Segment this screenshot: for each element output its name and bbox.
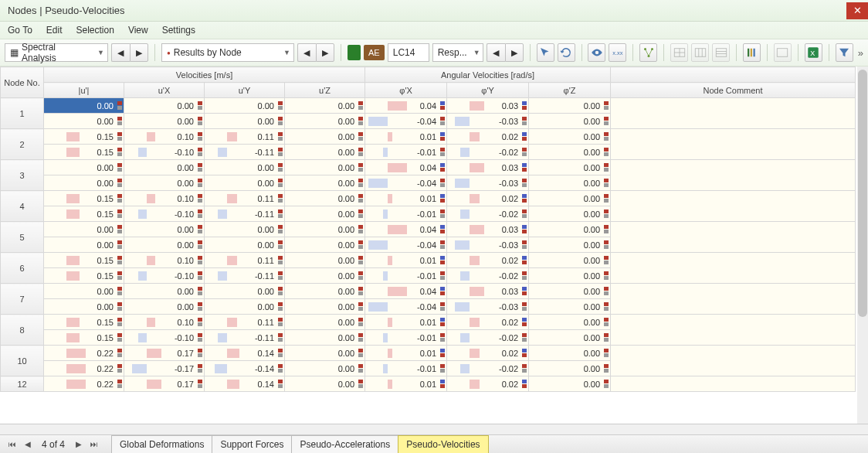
table-cell[interactable]: 0.00 xyxy=(285,253,365,268)
table-cell[interactable]: -0.01 xyxy=(365,361,447,376)
table-cell[interactable]: -0.02 xyxy=(447,206,529,222)
comment-cell[interactable] xyxy=(611,284,856,315)
comment-cell[interactable] xyxy=(611,98,856,129)
horizontal-scrollbar[interactable] xyxy=(0,424,868,434)
results-select[interactable]: ● Results by Node ▼ xyxy=(161,43,294,62)
col-u[interactable]: |u'| xyxy=(44,83,124,98)
table-cell[interactable]: 0.15 xyxy=(44,206,124,222)
table-cell[interactable]: 0.04 xyxy=(365,160,447,175)
table-cell[interactable]: 0.00 xyxy=(529,284,611,299)
table-cell[interactable]: 0.00 xyxy=(285,114,365,129)
table-cell[interactable]: 0.00 xyxy=(205,160,285,175)
table-cell[interactable]: 0.04 xyxy=(365,222,447,237)
table-cell[interactable]: 0.00 xyxy=(124,222,205,237)
table-cell[interactable]: 0.01 xyxy=(365,253,447,268)
table-cell[interactable]: -0.03 xyxy=(447,175,529,191)
table-cell[interactable]: -0.10 xyxy=(124,268,205,284)
table-cell[interactable]: 0.00 xyxy=(285,98,365,114)
table-cell[interactable]: 0.00 xyxy=(285,191,365,206)
table-cell[interactable]: 0.00 xyxy=(205,284,285,299)
table-cell[interactable]: 0.00 xyxy=(44,175,124,191)
lc-next-button[interactable]: ▶ xyxy=(505,43,524,62)
scrollbar-thumb[interactable] xyxy=(858,70,867,317)
table-cell[interactable]: 0.01 xyxy=(365,346,447,361)
col-uy[interactable]: u'Y xyxy=(205,83,285,98)
table-cell[interactable]: -0.11 xyxy=(205,330,285,346)
table-cell[interactable]: 0.00 xyxy=(205,299,285,315)
table-cell[interactable]: 0.01 xyxy=(365,129,447,145)
filter-button[interactable] xyxy=(836,43,853,62)
menu-view[interactable]: View xyxy=(128,25,148,36)
table-cell[interactable]: -0.11 xyxy=(205,145,285,160)
table-cell[interactable]: 0.00 xyxy=(285,160,365,175)
table-cell[interactable]: 0.00 xyxy=(285,376,365,392)
table-cell[interactable]: 0.00 xyxy=(124,175,205,191)
table-cell[interactable]: 0.00 xyxy=(529,160,611,175)
table-cell[interactable]: 0.00 xyxy=(529,175,611,191)
table-cell[interactable]: 0.00 xyxy=(285,206,365,222)
toolbar-overflow[interactable]: » xyxy=(858,47,863,59)
row-number[interactable]: 2 xyxy=(1,129,44,160)
comment-cell[interactable] xyxy=(611,315,856,346)
table-cell[interactable]: 0.00 xyxy=(124,299,205,315)
table-cell[interactable]: -0.14 xyxy=(205,361,285,376)
table-cell[interactable]: 0.02 xyxy=(447,191,529,206)
table-cell[interactable]: 0.11 xyxy=(205,253,285,268)
table-cell[interactable]: 0.15 xyxy=(44,330,124,346)
table-cell[interactable]: -0.10 xyxy=(124,145,205,160)
table-cell[interactable]: 0.00 xyxy=(529,222,611,237)
lc-prev-button[interactable]: ◀ xyxy=(487,43,505,62)
table-cell[interactable]: 0.03 xyxy=(447,284,529,299)
table-cell[interactable]: 0.00 xyxy=(205,114,285,129)
table-cell[interactable]: 0.00 xyxy=(285,315,365,330)
tab-global-deformations[interactable]: Global Deformations xyxy=(111,435,212,453)
table-cell[interactable]: 0.02 xyxy=(447,315,529,330)
table-cell[interactable]: 0.00 xyxy=(124,114,205,129)
grid3-button[interactable] xyxy=(712,43,730,62)
table-cell[interactable]: 0.10 xyxy=(124,129,205,145)
col-uz[interactable]: u'Z xyxy=(285,83,365,98)
comment-cell[interactable] xyxy=(611,160,856,191)
table-cell[interactable]: 0.00 xyxy=(529,361,611,376)
table-cell[interactable]: 0.00 xyxy=(529,315,611,330)
table-cell[interactable]: 0.00 xyxy=(205,175,285,191)
resp-select[interactable]: Resp... ▼ xyxy=(432,43,483,62)
analysis-select[interactable]: ▦ Spectral Analysis ▼ xyxy=(5,43,108,62)
table-cell[interactable]: 0.01 xyxy=(365,376,447,392)
close-button[interactable]: ✕ xyxy=(846,2,868,19)
table-cell[interactable]: 0.22 xyxy=(44,361,124,376)
table-cell[interactable]: 0.02 xyxy=(447,129,529,145)
table-cell[interactable]: -0.02 xyxy=(447,361,529,376)
table-cell[interactable]: -0.11 xyxy=(205,206,285,222)
table-cell[interactable]: 0.17 xyxy=(124,346,205,361)
row-number[interactable]: 4 xyxy=(1,191,44,222)
table-cell[interactable]: -0.11 xyxy=(205,268,285,284)
table-cell[interactable]: 0.00 xyxy=(285,145,365,160)
table-cell[interactable]: 0.00 xyxy=(205,237,285,253)
table-cell[interactable]: -0.02 xyxy=(447,268,529,284)
tab-support-forces[interactable]: Support Forces xyxy=(212,435,292,453)
comment-cell[interactable] xyxy=(611,191,856,222)
menu-selection[interactable]: Selection xyxy=(76,25,114,36)
table-cell[interactable]: 0.00 xyxy=(529,268,611,284)
col-node-no[interactable]: Node No. xyxy=(1,67,44,98)
select-pointer-button[interactable] xyxy=(537,43,554,62)
col-wz[interactable]: φ'Z xyxy=(529,83,611,98)
row-number[interactable]: 1 xyxy=(1,98,44,129)
page-first-button[interactable]: ⏮ xyxy=(6,438,19,451)
table-cell[interactable]: 0.00 xyxy=(44,98,124,114)
grid4-button[interactable] xyxy=(774,43,792,62)
comment-cell[interactable] xyxy=(611,346,856,376)
table-cell[interactable]: -0.03 xyxy=(447,114,529,129)
col-group-comment[interactable] xyxy=(611,67,856,83)
table-cell[interactable]: 0.17 xyxy=(124,376,205,392)
table-cell[interactable]: 0.00 xyxy=(44,284,124,299)
table-cell[interactable]: 0.15 xyxy=(44,129,124,145)
analysis-prev-button[interactable]: ◀ xyxy=(111,43,130,62)
results-next-button[interactable]: ▶ xyxy=(316,43,334,62)
table-cell[interactable]: 0.11 xyxy=(205,129,285,145)
table-cell[interactable]: 0.01 xyxy=(365,191,447,206)
row-number[interactable]: 3 xyxy=(1,160,44,191)
table-cell[interactable]: 0.15 xyxy=(44,268,124,284)
table-cell[interactable]: 0.00 xyxy=(124,284,205,299)
